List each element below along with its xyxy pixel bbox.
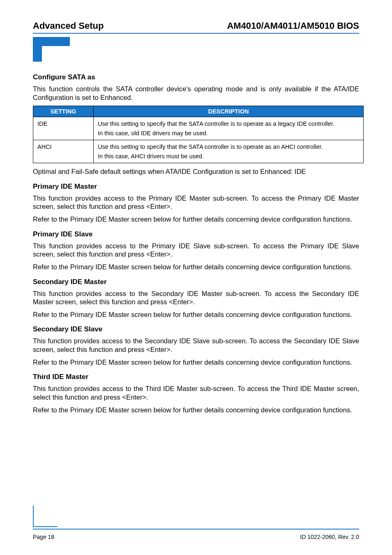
section-secondary-ide-slave: Secondary IDE Slave This function provid…	[33, 325, 359, 366]
section-third-ide-master: Third IDE Master This function provides …	[33, 373, 359, 414]
footer-page-number: Page 18	[33, 534, 54, 540]
corner-decoration	[33, 506, 58, 527]
table-row: AHCI Use this setting to specify that th…	[33, 140, 364, 163]
heading-configure-sata: Configure SATA as	[33, 73, 359, 81]
desc-line: In this case, AHCI drivers must be used.	[98, 153, 204, 160]
desc-line: In this case, old IDE drivers may be use…	[98, 130, 208, 136]
brand-logo	[33, 37, 359, 62]
paragraph: Refer to the Primary IDE Master screen b…	[33, 358, 359, 367]
heading: Secondary IDE Master	[33, 278, 359, 286]
paragraph: Refer to the Primary IDE Master screen b…	[33, 215, 359, 224]
paragraph: This function provides access to the Thi…	[33, 384, 359, 401]
cell-description: Use this setting to specify that the SAT…	[94, 140, 364, 163]
section-primary-ide-slave: Primary IDE Slave This function provides…	[33, 230, 359, 271]
paragraph: Optimal and Fail-Safe default settings w…	[33, 167, 359, 176]
cell-description: Use this setting to specify that the SAT…	[94, 117, 364, 140]
cell-setting: IDE	[33, 117, 94, 140]
paragraph: Refer to the Primary IDE Master screen b…	[33, 406, 359, 414]
table-header-setting: SETTING	[33, 106, 94, 117]
header-rule	[33, 33, 359, 34]
section-secondary-ide-master: Secondary IDE Master This function provi…	[33, 278, 359, 319]
paragraph: Refer to the Primary IDE Master screen b…	[33, 263, 359, 271]
footer-rule	[33, 529, 359, 530]
cell-setting: AHCI	[33, 140, 94, 163]
page: Advanced Setup AM4010/AM4011/AM5010 BIOS…	[0, 0, 392, 555]
desc-line: Use this setting to specify that the SAT…	[98, 143, 323, 150]
sata-settings-table: SETTING DESCRIPTION IDE Use this setting…	[33, 106, 364, 163]
heading: Secondary IDE Slave	[33, 325, 359, 333]
paragraph: This function provides access to the Pri…	[33, 242, 359, 259]
paragraph: This function provides access to the Sec…	[33, 337, 359, 354]
header-left: Advanced Setup	[33, 21, 104, 31]
section-configure-sata: Configure SATA as This function controls…	[33, 73, 359, 176]
table-row: IDE Use this setting to specify that the…	[33, 117, 364, 140]
paragraph: Refer to the Primary IDE Master screen b…	[33, 310, 359, 319]
table-header-description: DESCRIPTION	[94, 106, 364, 117]
page-footer: Page 18 ID 1022-2060, Rev. 2.0	[33, 534, 359, 540]
heading: Primary IDE Slave	[33, 230, 359, 238]
paragraph: This function controls the SATA controll…	[33, 85, 359, 102]
desc-line: Use this setting to specify that the SAT…	[98, 120, 334, 127]
heading: Primary IDE Master	[33, 183, 359, 191]
footer-doc-id: ID 1022-2060, Rev. 2.0	[300, 534, 359, 540]
heading: Third IDE Master	[33, 373, 359, 381]
section-primary-ide-master: Primary IDE Master This function provide…	[33, 183, 359, 224]
paragraph: This function provides access to the Pri…	[33, 194, 359, 211]
paragraph: This function provides access to the Sec…	[33, 289, 359, 306]
header-right: AM4010/AM4011/AM5010 BIOS	[227, 21, 359, 31]
page-header: Advanced Setup AM4010/AM4011/AM5010 BIOS	[33, 21, 359, 31]
